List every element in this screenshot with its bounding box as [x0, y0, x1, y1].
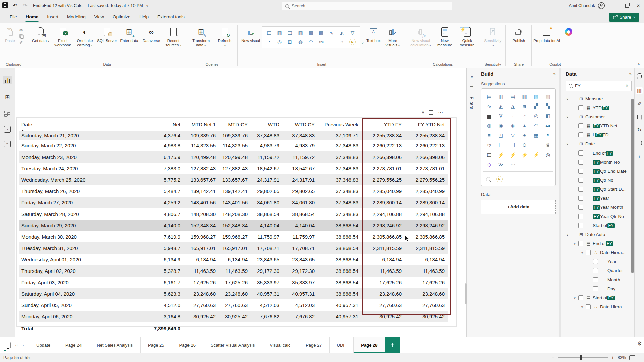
- visual-type-icon[interactable]: ▽: [507, 130, 519, 140]
- visual-type-icon[interactable]: ▅: [483, 111, 495, 121]
- field-checkbox[interactable]: [578, 132, 583, 137]
- new-measure-button[interactable]: New measure: [434, 23, 456, 47]
- field-item[interactable]: ∨ ∴ Date Hiera...: [566, 248, 632, 257]
- table-row[interactable]: Sunday, March 29, 20204,140.0152,348.34 …: [19, 220, 448, 231]
- visual-type-icon[interactable]: ▨: [542, 92, 554, 101]
- onelake-catalog-button[interactable]: ◐ OneLake catalog∨: [74, 23, 96, 48]
- page-tab[interactable]: Page 28: [354, 337, 385, 353]
- data-rail-icon[interactable]: [636, 74, 643, 80]
- field-checkbox[interactable]: [578, 205, 583, 210]
- visual-type-icon[interactable]: 123: [542, 121, 554, 130]
- visual-type-icon[interactable]: 123: [316, 37, 326, 46]
- table-row[interactable]: Sunday, April 05, 20204,512.027,760.63 2…: [19, 299, 448, 311]
- table-row[interactable]: Tuesday, March 31, 20205,948.7165,917.01…: [19, 242, 448, 254]
- field-checkbox[interactable]: [578, 105, 583, 110]
- visual-type-icon[interactable]: ⚡: [530, 150, 542, 160]
- table-row[interactable]: Tuesday, March 24, 20207,383.0127,882.43…: [19, 163, 448, 174]
- zoom-out-button[interactable]: −: [552, 355, 554, 360]
- field-checkbox[interactable]: [578, 187, 583, 192]
- menu-item[interactable]: Optimize: [108, 11, 135, 23]
- add-pane-rail-icon[interactable]: +: [636, 153, 643, 160]
- visual-type-icon[interactable]: ▤: [507, 92, 519, 101]
- visual-type-icon[interactable]: ▦: [530, 130, 542, 140]
- zoom-slider[interactable]: [558, 357, 608, 358]
- column-header-previous-week[interactable]: Previous Week: [318, 118, 362, 131]
- field-item[interactable]: ∨ Month: [566, 275, 632, 284]
- field-item[interactable]: ∨ ⊞ Measure: [566, 94, 632, 103]
- menu-item[interactable]: View: [90, 11, 108, 23]
- visual-type-icon[interactable]: ◔: [519, 111, 530, 121]
- menu-item[interactable]: Insert: [43, 11, 63, 23]
- column-header-net[interactable]: Net: [139, 118, 184, 131]
- field-checkbox[interactable]: [578, 123, 583, 128]
- dataverse-button[interactable]: ∞ Dataverse: [140, 23, 162, 43]
- visual-type-icon[interactable]: ◭: [495, 101, 507, 111]
- visual-type-icon[interactable]: ◇: [483, 160, 495, 169]
- field-item[interactable]: ∨ Start of FY: [566, 221, 632, 230]
- field-item[interactable]: ∨ End of FY: [566, 148, 632, 158]
- field-checkbox[interactable]: [593, 277, 598, 282]
- menu-item[interactable]: Home: [21, 11, 43, 23]
- collapse-pane-icon[interactable]: »: [553, 71, 556, 76]
- visual-type-icon[interactable]: ▤: [483, 150, 495, 160]
- field-checkbox[interactable]: [578, 223, 583, 228]
- page-tab[interactable]: UDF: [330, 337, 354, 353]
- visual-type-icon[interactable]: ◍: [295, 37, 306, 46]
- visual-type-icon[interactable]: ◍: [483, 121, 495, 130]
- visual-type-icon[interactable]: ▤: [264, 28, 274, 37]
- field-item[interactable]: ∨ FY Year: [566, 194, 632, 203]
- field-item[interactable]: ∨ ⊞ Date: [566, 139, 632, 148]
- desktop-layout-button[interactable]: [5, 343, 5, 348]
- user-avatar-icon[interactable]: [598, 2, 605, 9]
- field-checkbox[interactable]: [578, 295, 583, 300]
- new-visual-button[interactable]: New visual: [239, 23, 262, 43]
- menu-item[interactable]: External tools: [153, 11, 189, 23]
- tmdl-view-button[interactable]: ≡: [4, 141, 11, 147]
- visual-type-icon[interactable]: ▧: [306, 28, 316, 37]
- visual-type-icon[interactable]: ▶: [349, 39, 356, 45]
- visual-type-icon[interactable]: ▲: [519, 121, 530, 130]
- visual-type-icon[interactable]: ◈: [507, 121, 519, 130]
- field-item[interactable]: ∨ Quarter: [566, 266, 632, 275]
- enter-data-button[interactable]: ⊞+ Enter data: [118, 23, 140, 43]
- visual-type-icon[interactable]: ◮: [507, 101, 519, 111]
- field-item[interactable]: ∨ ▦ FY YTD Net: [566, 121, 632, 130]
- visual-type-icon[interactable]: ◔: [264, 37, 274, 46]
- visual-type-icon[interactable]: ≡: [530, 140, 542, 150]
- autosave-chevron-icon[interactable]: ∨: [146, 4, 148, 8]
- table-row[interactable]: Monday, March 23, 20206,175.9120,499.48 …: [19, 151, 448, 163]
- field-checkbox[interactable]: [586, 250, 591, 255]
- visual-type-icon[interactable]: ▧: [530, 92, 542, 101]
- search-box[interactable]: Search: [282, 2, 452, 10]
- column-header-wtd[interactable]: WTD: [251, 118, 283, 131]
- pin-pane-icon[interactable]: ⊣: [470, 84, 473, 89]
- collapse-ribbon-icon[interactable]: ∧: [638, 62, 640, 66]
- page-tab[interactable]: Scatter Visual Analysis: [203, 337, 262, 353]
- field-checkbox[interactable]: [593, 259, 598, 264]
- focus-mode-icon[interactable]: [429, 110, 433, 115]
- visual-type-icon[interactable]: ⚡: [519, 150, 530, 160]
- share-button[interactable]: Share ∨: [609, 13, 639, 22]
- column-header-mtd-net-1[interactable]: MTD Net 1: [184, 118, 219, 131]
- visual-type-icon[interactable]: ∇: [495, 111, 507, 121]
- visual-type-icon[interactable]: ◠: [306, 37, 316, 46]
- field-item[interactable]: ∨ FY Qtr Start D...: [566, 185, 632, 194]
- field-item[interactable]: ∨ ▦ YTD FY: [566, 103, 632, 112]
- canvas-scrollbar[interactable]: [465, 283, 467, 304]
- field-item[interactable]: ∨ ⊞ Customer: [566, 112, 632, 121]
- get-data-button[interactable]: ⊞ Get data∨: [30, 23, 52, 43]
- menu-item[interactable]: Modeling: [63, 11, 90, 23]
- visual-type-icon[interactable]: ◉: [495, 121, 507, 130]
- visual-type-icon[interactable]: ≡: [326, 37, 337, 46]
- recent-sources-button[interactable]: ◔ Recent sources∨: [162, 23, 184, 48]
- page-tab[interactable]: Update: [29, 337, 58, 353]
- visual-type-icon[interactable]: ◎: [542, 150, 554, 160]
- clear-search-icon[interactable]: ✕: [625, 83, 629, 88]
- zoom-in-button[interactable]: +: [611, 355, 614, 360]
- mobile-layout-button[interactable]: [10, 343, 11, 348]
- publish-button[interactable]: Publish: [507, 23, 530, 43]
- fit-to-page-icon[interactable]: [629, 355, 635, 360]
- field-checkbox[interactable]: [578, 150, 583, 156]
- page-tab[interactable]: Visual calc: [262, 337, 298, 353]
- table-row[interactable]: Saturday, March 28, 20204,806.7148,208.3…: [19, 208, 448, 220]
